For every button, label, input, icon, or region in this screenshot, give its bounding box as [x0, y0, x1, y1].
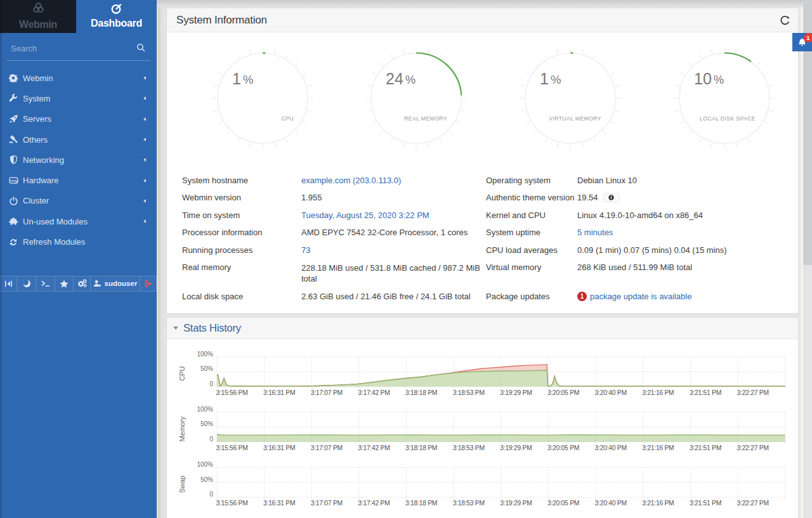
sidebar-item-label: Networking — [23, 155, 64, 165]
y-axis-label: 50% — [200, 420, 213, 427]
icon — [60, 280, 69, 288]
info-value-text: 2.63 GiB used / 21.46 GiB free / 24.1 Gi… — [301, 292, 471, 301]
refresh-icon — [8, 237, 18, 247]
notifications-bell-button[interactable]: 1 — [792, 33, 812, 51]
username-label: sudouser — [105, 280, 138, 287]
info-label: Operating system — [486, 172, 577, 190]
system-information-title: System Information — [176, 14, 267, 27]
sidebar-item-label: Webmin — [23, 74, 53, 83]
y-axis-label: 0 — [209, 380, 213, 387]
info-label: Webmin version — [182, 189, 301, 207]
chart-name-label: CPU — [178, 366, 186, 381]
x-axis-label: 3:18:53 PM — [453, 500, 485, 507]
x-axis-label: 3:21:16 PM — [642, 389, 674, 396]
x-axis-label: 3:18:18 PM — [405, 444, 437, 451]
icon: 1% VIRTUAL MEMORY — [516, 44, 624, 152]
info-value: 19.54 — [577, 189, 791, 207]
sidebar-item-hardware[interactable]: Hardware — [0, 170, 157, 190]
collapse-icon[interactable] — [173, 327, 178, 330]
sidebar-item-label: Others — [23, 135, 48, 145]
info-label-text: CPU load averages — [486, 245, 558, 255]
sidebar-item-un-used-modules[interactable]: Un-used Modules — [0, 211, 157, 231]
tab-webmin[interactable]: Webmin — [0, 0, 76, 33]
info-label: Kernel and CPU — [486, 207, 577, 224]
sidebar-item-refresh-modules[interactable]: Refresh Modules — [0, 231, 157, 252]
sidebar-toolbar: sudouser — [0, 276, 157, 292]
x-axis-label: 3:17:42 PM — [358, 389, 390, 396]
x-axis-label: 3:17:07 PM — [311, 444, 343, 451]
icon — [111, 3, 122, 14]
info-label-text: Webmin version — [182, 193, 241, 202]
search-input[interactable] — [6, 37, 150, 60]
x-axis-label: 3:20:05 PM — [547, 444, 579, 451]
gauge-label: LOCAL DISK SPACE — [700, 115, 756, 122]
icon — [10, 155, 18, 164]
x-axis-label: 3:19:29 PM — [500, 444, 532, 451]
puzzle-icon — [8, 216, 18, 226]
logout-button[interactable] — [140, 276, 157, 291]
x-axis-label: 3:16:31 PM — [263, 389, 295, 396]
x-axis-label: 3:18:18 PM — [405, 389, 437, 396]
info-link[interactable]: 5 minutes — [577, 228, 613, 237]
x-axis-label: 3:21:16 PM — [642, 444, 674, 451]
sidebar-item-webmin[interactable]: Webmin — [0, 68, 157, 88]
y-axis-label: 100% — [197, 351, 213, 358]
info-link[interactable]: example.com (203.0.113.0) — [301, 176, 401, 185]
sidebar-search — [6, 37, 150, 61]
info-label-text: Local disk space — [182, 292, 243, 301]
dashboard-gauge-icon — [111, 3, 122, 16]
info-value-text: 0.09 (1 min) 0.07 (5 mins) 0.04 (15 mins… — [577, 245, 727, 255]
gauge-local-disk-space: 10% LOCAL DISK SPACE — [671, 44, 778, 152]
sidebar-item-networking[interactable]: Networking — [0, 150, 157, 170]
info-link[interactable]: 73 — [301, 245, 310, 255]
sidebar-item-servers[interactable]: Servers — [0, 109, 157, 129]
sidebar-item-others[interactable]: Others — [0, 129, 157, 150]
sidebar-tabs: Webmin Dashboard — [0, 0, 157, 33]
x-axis-label: 3:15:56 PM — [216, 500, 247, 507]
terminal-button[interactable] — [36, 276, 55, 291]
settings-button[interactable] — [74, 276, 91, 291]
gauge-cpu: 1% CPU — [209, 44, 317, 152]
info-label: Package updates — [486, 288, 577, 306]
x-axis-label: 3:17:42 PM — [358, 444, 390, 451]
main-content: 1 System Information 1% CPU 24% REAL MEM… — [157, 0, 812, 518]
icon — [9, 74, 18, 82]
y-axis-label: 0 — [209, 436, 213, 443]
info-label: Authentic theme version — [486, 189, 577, 207]
info-link[interactable]: Tuesday, August 25, 2020 3:22 PM — [301, 210, 429, 220]
gauge-real-memory: 24% REAL MEMORY — [362, 44, 470, 152]
info-value: 268 KiB used / 511.99 MiB total — [577, 259, 791, 288]
gauge-label: VIRTUAL MEMORY — [549, 115, 601, 122]
info-value: example.com (203.0.113.0) — [301, 172, 486, 190]
tab-dashboard[interactable]: Dashboard — [76, 0, 157, 33]
info-label-text: Virtual memory — [486, 262, 541, 272]
sidebar-item-system[interactable]: System — [0, 88, 157, 108]
info-value-text: Debian Linux 10 — [577, 176, 637, 185]
info-label: Processor information — [182, 224, 301, 242]
page-scrollbar[interactable] — [803, 0, 812, 518]
sidebar-item-cluster[interactable]: Cluster — [0, 191, 157, 211]
system-information-panel: System Information 1% CPU 24% REAL MEMOR… — [166, 8, 799, 314]
x-axis-label: 3:16:31 PM — [263, 500, 295, 507]
user-menu-button[interactable]: sudouser — [91, 276, 140, 291]
search-icon[interactable] — [136, 43, 145, 55]
x-axis-label: 3:18:53 PM — [453, 444, 485, 451]
info-label: Local disk space — [182, 288, 301, 306]
info-value-text: Linux 4.19.0-10-amd64 on x86_64 — [577, 210, 703, 220]
night-mode-button[interactable] — [17, 276, 36, 291]
star-icon — [60, 280, 69, 288]
refresh-icon[interactable] — [779, 14, 791, 26]
sidebar-item-label: Un-used Modules — [23, 217, 88, 226]
icon — [23, 280, 30, 287]
package-updates-link[interactable]: package update is available — [590, 292, 691, 301]
icon — [9, 238, 18, 247]
info-label-text: Time on system — [182, 210, 240, 220]
icon — [608, 195, 614, 200]
theme-info-button[interactable] — [603, 193, 619, 203]
collapse-sidebar-button[interactable] — [0, 276, 17, 291]
info-label-text: System uptime — [486, 228, 540, 237]
caret-left-icon — [143, 199, 146, 203]
stats-history-title: Stats History — [183, 322, 241, 334]
favorites-button[interactable] — [55, 276, 74, 291]
gauge-label: CPU — [281, 115, 293, 122]
